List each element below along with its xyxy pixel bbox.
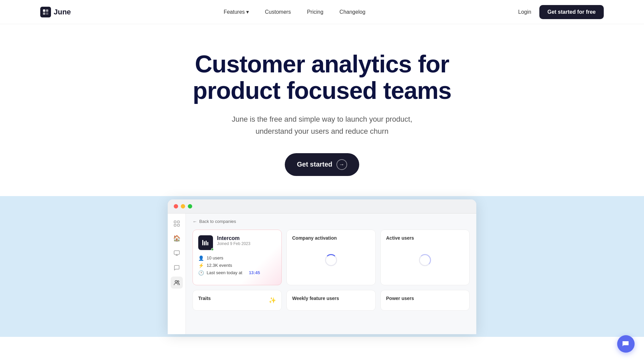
logo-text: June [54,8,71,16]
svg-rect-1 [46,9,48,12]
arrow-icon: → [336,159,347,170]
company-card: Intercom Joined 9 Feb 2023 👤 10 users ⚡ [193,230,282,285]
hero-cta-button[interactable]: Get started → [285,153,359,176]
traits-card: Traits ✨ [193,290,282,311]
hero-section: Customer analytics for product focused t… [0,24,644,196]
nav-right: Login Get started for free [518,5,604,19]
back-arrow-icon: ← [193,219,197,224]
svg-rect-11 [202,240,203,245]
stat-users: 👤 10 users [198,255,276,261]
svg-point-9 [175,281,177,283]
stat-last-seen: 🕐 Last seen today at 13:45 [198,270,276,276]
users-icon: 👤 [198,255,204,261]
active-users-card-title: Active users [386,235,464,241]
sidebar-icon-users[interactable] [171,277,183,289]
login-link[interactable]: Login [518,9,531,15]
active-users-loading-spinner [419,254,431,266]
svg-point-10 [177,281,179,282]
logo[interactable]: June [40,7,71,17]
nav-customers[interactable]: Customers [265,9,291,15]
stat-events: ⚡ 12.3K events [198,263,276,268]
svg-rect-6 [174,224,176,226]
svg-rect-4 [174,221,176,223]
sidebar-icon-grid[interactable] [171,218,183,230]
clock-icon: 🕐 [198,270,204,276]
company-info: Intercom Joined 9 Feb 2023 [217,235,250,246]
bottom-row: Traits ✨ Weekly feature users Power user… [193,290,470,311]
app-sidebar: 🏠 [168,214,186,334]
svg-rect-5 [177,221,179,223]
svg-rect-3 [46,12,48,15]
hero-subtitle: June is the free and simple way to launc… [13,113,631,137]
company-joined: Joined 9 Feb 2023 [217,241,250,246]
active-users-card: Active users [380,230,470,285]
company-activation-card: Company activation [286,230,376,285]
hero-title: Customer analytics for product focused t… [13,51,631,104]
app-window: 🏠 [168,199,476,334]
activation-loading-spinner [325,254,337,266]
nav-changelog[interactable]: Changelog [339,9,365,15]
power-users-card: Power users [380,290,470,311]
svg-rect-12 [204,241,205,245]
company-name: Intercom [217,235,250,241]
weekly-users-title: Weekly feature users [292,296,370,301]
activation-card-title: Company activation [292,235,370,241]
svg-rect-13 [206,241,207,245]
traits-card-title: Traits [198,296,211,301]
last-seen-time: 13:45 [249,270,260,275]
logo-icon [40,7,51,17]
svg-rect-0 [43,9,45,12]
maximize-dot [188,204,192,208]
power-users-title: Power users [386,296,464,301]
chevron-down-icon: ▾ [246,9,249,15]
svg-rect-14 [207,242,208,245]
get-started-button[interactable]: Get started for free [539,5,604,19]
sidebar-icon-monitor[interactable] [171,247,183,259]
window-body: 🏠 [168,214,476,334]
company-header: Intercom Joined 9 Feb 2023 [198,235,276,250]
window-titlebar [168,199,476,214]
company-stats: 👤 10 users ⚡ 12.3K events 🕐 Last seen to… [198,255,276,276]
events-icon: ⚡ [198,263,204,268]
app-area: 🏠 [0,196,644,337]
navbar: June Features ▾ Customers Pricing Change… [0,0,644,24]
magic-icon: ✨ [269,297,276,304]
svg-rect-8 [174,251,179,254]
online-status-dot [211,248,214,251]
svg-rect-2 [43,12,45,15]
chat-fab-button[interactable] [617,335,635,353]
weekly-feature-users-card: Weekly feature users [286,290,376,311]
nav-features[interactable]: Features ▾ [224,9,249,15]
svg-rect-7 [177,224,179,226]
cards-grid: Intercom Joined 9 Feb 2023 👤 10 users ⚡ [193,230,470,285]
back-link[interactable]: ← Back to companies [193,219,470,224]
sidebar-icon-home[interactable]: 🏠 [171,232,183,244]
app-main: ← Back to companies [186,214,476,334]
nav-pricing[interactable]: Pricing [307,9,323,15]
minimize-dot [181,204,185,208]
close-dot [174,204,178,208]
nav-links: Features ▾ Customers Pricing Changelog [224,9,366,15]
company-logo [198,235,213,250]
sidebar-icon-chat[interactable] [171,262,183,274]
